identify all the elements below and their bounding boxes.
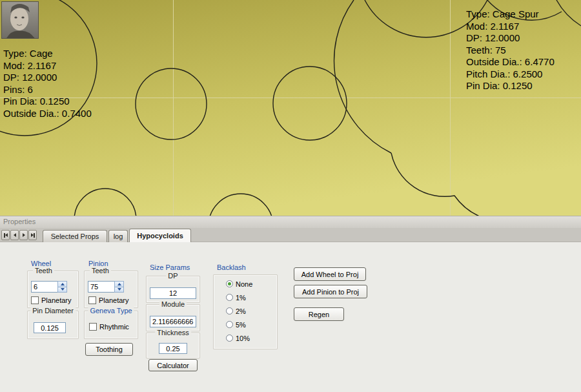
info-line: Pin Dia: 0.1250 (3, 96, 92, 108)
add-pinion-to-proj-button[interactable]: Add Pinion to Proj (294, 285, 367, 298)
pinion-teeth-spinner[interactable] (88, 281, 124, 293)
tab-nav-first-button[interactable] (1, 230, 10, 240)
spinner-down-icon (61, 288, 65, 291)
size-params-group-title: Size Params (150, 263, 190, 271)
gear-viewport[interactable]: Type: Cage Mod: 2.1167 DP: 12.0000 Pins:… (0, 0, 581, 216)
info-line: Type: Cage (3, 48, 92, 60)
rhythmic-checkbox[interactable]: Rhythmic (89, 322, 129, 331)
info-line: DP: 12.0000 (466, 32, 555, 45)
pinion-teeth-spin-up-button[interactable] (114, 281, 124, 287)
wheel-teeth-spin-down-button[interactable] (57, 287, 67, 293)
pinion-planetary-checkbox[interactable]: Planetary (88, 296, 128, 304)
info-line: Type: Cage Spur (466, 8, 555, 21)
radio-selected-icon (226, 280, 233, 287)
backlash-radio-1pct[interactable]: 1% (226, 293, 246, 302)
backlash-radio-5pct[interactable]: 5% (226, 320, 246, 329)
tab-strip: Selected Props log Hypocycloids (0, 228, 581, 242)
calculator-button[interactable]: Calculator (148, 359, 198, 371)
backlash-group-title: Backlash (217, 263, 246, 271)
radio-icon (226, 321, 233, 328)
info-line: Pin Dia: 0.1250 (466, 80, 555, 92)
spinner-up-icon (117, 283, 121, 285)
wheel-info-text: Type: Cage Mod: 2.1167 DP: 12.0000 Pins:… (3, 48, 92, 119)
wheel-teeth-spin-buttons (57, 281, 67, 293)
pinion-teeth-input[interactable] (88, 281, 114, 293)
gear-app-window: Type: Cage Mod: 2.1167 DP: 12.0000 Pins:… (0, 0, 581, 392)
avatar-portrait-icon (2, 2, 39, 39)
hypocycloids-panel: Wheel Teeth Planetary Pin Diameter Pinio… (0, 242, 581, 392)
rhythmic-label: Rhythmic (99, 323, 129, 331)
radio-icon (226, 294, 233, 301)
geneva-type-label: Geneva Type (88, 307, 134, 315)
spinner-up-icon (61, 283, 65, 285)
thickness-field[interactable] (159, 343, 187, 354)
tab-nav-prev-button[interactable] (10, 230, 19, 240)
properties-titlebar: Properties (0, 216, 581, 228)
wheel-teeth-spin-up-button[interactable] (57, 281, 67, 287)
tab-nav-last-button[interactable] (28, 230, 37, 240)
backlash-option-label: 10% (236, 335, 250, 342)
info-line: Pitch Dia.: 6.2500 (466, 68, 555, 81)
wheel-planetary-label: Planetary (41, 296, 71, 304)
wheel-planetary-checkbox[interactable]: Planetary (31, 296, 71, 304)
backlash-radio-10pct[interactable]: 10% (226, 334, 250, 342)
arrow-left-icon (5, 233, 8, 237)
info-line: Outside Dia.: 6.4770 (466, 56, 555, 68)
pinion-teeth-spin-buttons (114, 281, 124, 293)
backlash-option-label: 1% (236, 294, 246, 302)
pinion-teeth-label: Teeth (90, 267, 111, 274)
toothing-button[interactable]: Toothing (85, 343, 133, 356)
info-line: Mod: 2.1167 (3, 60, 92, 72)
arrow-right-icon (23, 233, 25, 237)
add-wheel-to-proj-button[interactable]: Add Wheel to Proj (294, 267, 366, 281)
nav-last-icon (34, 233, 35, 238)
checkbox-icon (31, 296, 39, 304)
thickness-label: Thickness (155, 329, 191, 336)
tab-selected-props[interactable]: Selected Props (43, 230, 107, 242)
backlash-radio-2pct[interactable]: 2% (226, 307, 246, 315)
wheel-teeth-spinner[interactable] (31, 281, 67, 293)
backlash-option-label: 5% (236, 321, 246, 329)
arrow-left-icon (14, 233, 16, 237)
regen-button[interactable]: Regen (294, 307, 344, 321)
tab-label: Selected Props (51, 232, 99, 240)
backlash-radio-none[interactable]: None (226, 280, 252, 288)
pinion-info-text: Type: Cage Spur Mod: 2.1167 DP: 12.0000 … (466, 8, 555, 92)
backlash-option-label: None (236, 280, 252, 288)
info-line: Outside Dia.: 0.7400 (3, 108, 92, 120)
tab-log[interactable]: log (108, 230, 128, 242)
info-line: Pins: 6 (3, 84, 92, 96)
pin-diameter-label: Pin Diameter (30, 307, 76, 315)
pinion-teeth-spin-down-button[interactable] (114, 287, 124, 293)
info-line: DP: 12.0000 (3, 72, 92, 84)
pin-diameter-field[interactable] (34, 322, 66, 333)
tab-nav-next-button[interactable] (19, 230, 28, 240)
tab-hypocycloids[interactable]: Hypocycloids (129, 229, 191, 242)
tab-label: log (114, 232, 123, 240)
tab-label: Hypocycloids (137, 232, 183, 240)
radio-icon (226, 307, 233, 315)
checkbox-icon (88, 296, 96, 304)
dp-field[interactable] (150, 287, 196, 299)
wheel-teeth-input[interactable] (31, 281, 57, 293)
module-label: Module (159, 300, 187, 308)
properties-title: Properties (3, 218, 36, 225)
info-line: Mod: 2.1167 (466, 21, 555, 33)
backlash-option-label: 2% (236, 307, 246, 315)
wheel-teeth-label: Teeth (33, 267, 54, 274)
dp-label: DP (166, 272, 179, 280)
avatar-image (1, 1, 39, 39)
checkbox-icon (89, 323, 97, 331)
pinion-planetary-label: Planetary (99, 296, 128, 304)
info-line: Teeth: 75 (466, 45, 555, 57)
module-field[interactable] (150, 316, 196, 327)
radio-icon (226, 335, 233, 342)
spinner-down-icon (117, 288, 121, 291)
